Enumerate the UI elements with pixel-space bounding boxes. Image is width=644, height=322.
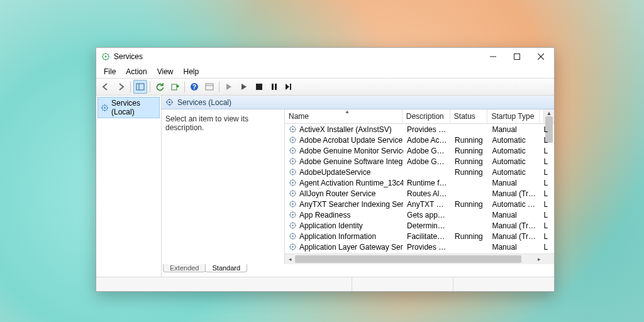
service-row[interactable]: Agent Activation Runtime_13c4cb2Runtime … <box>285 177 554 188</box>
cell-name: Adobe Genuine Monitor Service <box>285 147 403 155</box>
tree-pane: Services (Local) <box>96 96 162 277</box>
cell-logon: L <box>540 168 554 177</box>
svg-point-24 <box>292 139 293 140</box>
menu-help[interactable]: Help <box>179 66 204 77</box>
tab-extended[interactable]: Extended <box>163 264 206 272</box>
svg-point-34 <box>292 192 293 194</box>
svg-point-32 <box>292 182 293 183</box>
tree-item-services-local[interactable]: Services (Local) <box>97 97 160 118</box>
cell-logon: L <box>540 157 554 166</box>
svg-rect-3 <box>514 54 520 60</box>
col-startup-type[interactable]: Startup Type <box>487 109 539 123</box>
service-row[interactable]: Adobe Genuine Monitor ServiceAdobe Gen..… <box>285 145 554 156</box>
toolbar-separator <box>184 81 185 92</box>
cell-logon: L <box>540 136 554 145</box>
svg-point-38 <box>292 214 293 215</box>
tab-standard[interactable]: Standard <box>205 264 247 272</box>
cell-startup: Automatic (D... <box>488 200 540 209</box>
cell-startup: Automatic <box>488 168 540 177</box>
status-cell <box>352 277 453 291</box>
col-status[interactable]: Status <box>450 109 488 123</box>
window-title: Services <box>114 52 143 61</box>
cell-logon: L <box>540 200 554 209</box>
cell-name: Application Identity <box>285 221 403 230</box>
service-row[interactable]: Application Layer Gateway ServiceProvide… <box>285 242 554 252</box>
cell-logon: L <box>540 125 554 134</box>
col-description[interactable]: Description <box>402 109 450 123</box>
export-list-button[interactable] <box>168 80 182 94</box>
toolbar: ? <box>96 78 554 96</box>
close-button[interactable] <box>529 48 553 65</box>
svg-point-22 <box>292 128 293 130</box>
service-row[interactable]: App ReadinessGets apps re...ManualL <box>285 209 554 220</box>
scroll-up-icon[interactable]: ▲ <box>544 109 554 116</box>
cell-name: Application Information <box>285 232 403 241</box>
service-row[interactable]: AllJoyn Router ServiceRoutes AllJo...Man… <box>285 188 554 199</box>
show-hide-tree-button[interactable] <box>133 80 147 94</box>
back-button[interactable] <box>99 80 113 94</box>
scroll-right-icon[interactable]: ▸ <box>534 254 544 264</box>
cell-description: Adobe Gen... <box>403 157 451 166</box>
properties-button[interactable] <box>203 80 216 94</box>
cell-startup: Manual (Trig... <box>488 221 540 230</box>
forward-button[interactable] <box>114 80 128 94</box>
help-button[interactable]: ? <box>187 80 201 94</box>
cell-startup: Manual <box>488 211 540 219</box>
refresh-button[interactable] <box>153 80 167 94</box>
svg-line-4 <box>538 53 544 60</box>
app-icon <box>101 52 110 61</box>
restart-service-button[interactable] <box>282 80 296 94</box>
svg-point-40 <box>292 225 293 226</box>
cell-startup: Manual (Trig... <box>488 232 540 241</box>
svg-point-1 <box>105 56 107 58</box>
svg-rect-16 <box>290 84 291 90</box>
start-service-button[interactable] <box>222 80 236 94</box>
vertical-scrollbar[interactable]: ▲ ▼ <box>543 109 554 123</box>
gear-icon <box>101 104 109 112</box>
sort-indicator-icon: ▲ <box>344 109 350 114</box>
cell-name: ActiveX Installer (AxInstSV) <box>285 125 403 134</box>
title-bar[interactable]: Services <box>96 48 554 65</box>
toolbar-separator <box>130 81 131 92</box>
svg-point-20 <box>169 101 170 103</box>
scroll-thumb[interactable] <box>295 255 521 263</box>
svg-rect-11 <box>206 84 213 90</box>
cell-startup: Automatic <box>488 157 540 166</box>
svg-point-30 <box>292 171 293 172</box>
menu-action[interactable]: Action <box>121 66 152 77</box>
cell-logon: L <box>540 232 554 241</box>
scroll-left-icon[interactable]: ◂ <box>285 254 295 264</box>
service-row[interactable]: Application IdentityDetermines ...Manual… <box>285 220 554 231</box>
cell-status: Running <box>451 147 488 155</box>
horizontal-scrollbar[interactable]: ◂ ▸ <box>285 253 554 264</box>
minimize-button[interactable] <box>481 48 505 65</box>
svg-point-42 <box>292 235 293 236</box>
gear-icon <box>165 98 174 106</box>
maximize-button[interactable] <box>505 48 529 65</box>
service-row[interactable]: Application InformationFacilitates t...R… <box>285 231 554 242</box>
service-row[interactable]: Adobe Acrobat Update ServiceAdobe Acro..… <box>285 135 554 145</box>
cell-name: Adobe Genuine Software Integrity Service <box>285 157 403 166</box>
menu-file[interactable]: File <box>99 66 121 77</box>
menu-bar: File Action View Help <box>96 65 554 78</box>
pause-service-button[interactable] <box>267 80 281 94</box>
service-row[interactable]: AdobeUpdateServiceRunningAutomaticL <box>285 167 554 177</box>
cell-logon: L <box>540 211 554 219</box>
service-row[interactable]: ActiveX Installer (AxInstSV)Provides Us.… <box>285 124 554 135</box>
cell-startup: Automatic <box>488 136 540 145</box>
cell-startup: Manual <box>488 125 540 134</box>
svg-rect-15 <box>275 84 277 90</box>
desktop-wallpaper: Services File Action View Help ? Se <box>0 0 644 322</box>
cell-status: Running <box>451 232 488 241</box>
menu-view[interactable]: View <box>152 66 179 77</box>
service-row[interactable]: AnyTXT Searcher Indexing ServiceAnyTXT S… <box>285 199 554 209</box>
stop-service-button[interactable] <box>237 80 251 94</box>
status-cell <box>96 277 352 291</box>
service-row[interactable]: Adobe Genuine Software Integrity Service… <box>285 156 554 167</box>
svg-rect-14 <box>272 84 274 90</box>
scroll-corner <box>544 254 554 264</box>
stop-square-button[interactable] <box>252 80 266 94</box>
cell-description: Provides Us... <box>403 125 451 134</box>
cell-startup: Manual <box>488 179 540 187</box>
cell-status: Running <box>451 157 488 166</box>
